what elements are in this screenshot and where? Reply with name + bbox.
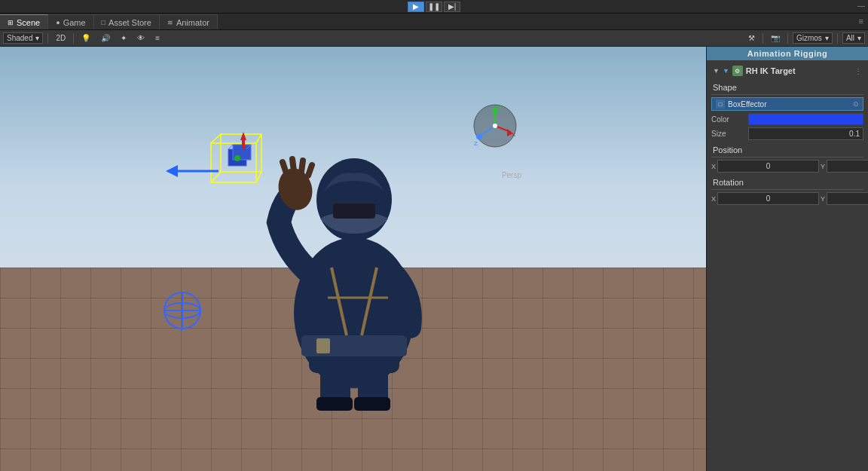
size-input[interactable] bbox=[748, 127, 863, 140]
all-label: All bbox=[846, 34, 854, 42]
shape-section-title: Shape bbox=[711, 81, 863, 95]
effects-icon[interactable]: ✦ bbox=[118, 33, 130, 43]
shaded-label: Shaded bbox=[7, 34, 32, 42]
rotation-section: Rotation X Y Z bbox=[711, 176, 863, 205]
rotation-y-input[interactable] bbox=[827, 192, 868, 205]
asset-store-tab-icon: □ bbox=[102, 19, 105, 26]
toolbar-separator-1 bbox=[47, 33, 48, 44]
toolbar-separator-3 bbox=[763, 33, 763, 44]
shape-field-row: □ BoxEffector ⊙ bbox=[711, 97, 863, 111]
position-section-title: Position bbox=[711, 144, 863, 158]
rotation-x-input[interactable] bbox=[717, 192, 819, 205]
panel-header: Animation Rigging bbox=[707, 47, 868, 60]
toolbar-separator-2 bbox=[73, 33, 74, 44]
shape-field[interactable]: □ BoxEffector ⊙ bbox=[711, 97, 863, 111]
tab-scene-label: Scene bbox=[17, 18, 40, 27]
audio-icon[interactable]: 🔊 bbox=[98, 33, 113, 43]
tools-icon[interactable]: ⚒ bbox=[745, 33, 758, 43]
blue-sphere-gizmo[interactable] bbox=[162, 290, 203, 332]
tab-asset-store-label: Asset Store bbox=[108, 18, 151, 27]
scene-tab-icon: ⊞ bbox=[8, 19, 14, 26]
svg-rect-29 bbox=[242, 140, 245, 149]
shaded-dropdown[interactable]: Shaded ▾ bbox=[3, 32, 43, 44]
tabs-row: ⊞ Scene ● Game □ Asset Store ≋ Animator … bbox=[0, 14, 868, 30]
tabs-menu-icon[interactable]: ≡ bbox=[859, 17, 863, 26]
position-y-input[interactable] bbox=[827, 160, 868, 173]
size-label: Size bbox=[711, 130, 745, 138]
svg-rect-13 bbox=[316, 397, 353, 411]
position-x-label: X bbox=[711, 163, 716, 170]
next-button[interactable]: ▶| bbox=[444, 2, 460, 12]
component-enable-toggle[interactable]: ▼ bbox=[723, 67, 729, 75]
svg-rect-14 bbox=[354, 397, 390, 411]
perspective-label[interactable]: Persp bbox=[502, 171, 521, 179]
svg-line-26 bbox=[228, 145, 233, 149]
svg-line-10 bbox=[308, 165, 312, 176]
animator-tab-icon: ≋ bbox=[167, 19, 173, 26]
all-chevron-icon: ▾ bbox=[857, 34, 861, 42]
rotation-x-label: X bbox=[711, 195, 716, 203]
position-x-input[interactable] bbox=[717, 160, 819, 173]
color-row: Color bbox=[711, 113, 863, 125]
rotation-xyz-row: X Y Z bbox=[711, 192, 863, 205]
svg-line-8 bbox=[292, 159, 294, 171]
svg-rect-1 bbox=[309, 268, 399, 373]
tab-animator[interactable]: ≋ Animator bbox=[160, 14, 218, 29]
top-bar: ▶ ❚❚ ▶| — bbox=[0, 0, 868, 14]
transform-gizmo[interactable] bbox=[166, 156, 226, 188]
svg-text:Y: Y bbox=[497, 104, 502, 111]
twod-toggle[interactable]: 2D bbox=[53, 33, 69, 43]
color-swatch[interactable] bbox=[748, 113, 863, 125]
main-area: Y X Z Persp Animation Rigging ▼ ▼ bbox=[0, 47, 868, 471]
component-collapse-arrow[interactable]: ▼ bbox=[713, 67, 720, 75]
all-dropdown[interactable]: All ▾ bbox=[842, 32, 865, 44]
component-icon: ⚙ bbox=[732, 66, 743, 76]
toolbar-separator-4 bbox=[787, 33, 788, 44]
tab-asset-store[interactable]: □ Asset Store bbox=[94, 14, 160, 29]
tab-game-label: Game bbox=[63, 18, 86, 27]
svg-line-23 bbox=[256, 172, 261, 182]
tab-game[interactable]: ● Game bbox=[48, 14, 93, 29]
position-y-label: Y bbox=[821, 163, 825, 170]
position-section: Position X Y Z bbox=[711, 144, 863, 173]
gizmos-dropdown[interactable]: Gizmos ▾ bbox=[793, 32, 833, 44]
twod-label: 2D bbox=[56, 34, 66, 42]
right-panel: Animation Rigging ▼ ▼ ⚙ RH IK Target ⋮ S… bbox=[706, 47, 868, 471]
hidden-icon[interactable]: 👁 bbox=[134, 33, 148, 43]
tab-scene[interactable]: ⊞ Scene bbox=[0, 14, 48, 29]
rotation-section-title: Rotation bbox=[711, 176, 863, 190]
component-header[interactable]: ▼ ▼ ⚙ RH IK Target ⋮ bbox=[711, 63, 863, 78]
lights-icon[interactable]: 💡 bbox=[78, 33, 93, 43]
gizmos-label: Gizmos bbox=[796, 34, 822, 42]
component-menu-icon[interactable]: ⋮ bbox=[854, 67, 862, 75]
panel-content: ▼ ▼ ⚙ RH IK Target ⋮ Shape □ BoxEffector… bbox=[707, 60, 868, 471]
svg-rect-5 bbox=[333, 203, 375, 219]
shape-section: Shape □ BoxEffector ⊙ Color Size bbox=[711, 81, 863, 140]
shape-field-value: BoxEffector bbox=[728, 100, 767, 109]
toolbar-separator-5 bbox=[837, 33, 838, 44]
component-icon-symbol: ⚙ bbox=[735, 68, 740, 75]
svg-point-30 bbox=[234, 155, 240, 161]
shape-field-icon: □ bbox=[716, 99, 725, 109]
gizmos-chevron-icon: ▾ bbox=[825, 34, 829, 42]
play-button[interactable]: ▶ bbox=[408, 2, 424, 12]
pause-button[interactable]: ❚❚ bbox=[426, 2, 442, 12]
component-name: RH IK Target bbox=[746, 66, 851, 75]
viewport[interactable]: Y X Z Persp bbox=[0, 47, 706, 471]
close-icon[interactable]: — bbox=[857, 2, 865, 10]
camera-icon[interactable]: 📷 bbox=[768, 33, 783, 43]
orientation-gizmo[interactable]: Y X Z bbox=[472, 103, 518, 148]
rotation-y-label: Y bbox=[821, 195, 825, 203]
position-xyz-row: X Y Z bbox=[711, 160, 863, 173]
svg-line-9 bbox=[301, 161, 303, 172]
shape-target-icon[interactable]: ⊙ bbox=[853, 100, 859, 108]
game-tab-icon: ● bbox=[56, 19, 60, 26]
svg-line-7 bbox=[283, 162, 286, 173]
playback-controls: ▶ ❚❚ ▶| bbox=[408, 2, 460, 12]
svg-point-45 bbox=[476, 133, 482, 139]
stats-icon[interactable]: ≡ bbox=[152, 33, 163, 43]
svg-marker-32 bbox=[166, 165, 178, 177]
svg-point-47 bbox=[493, 124, 497, 128]
toolbar-row: Shaded ▾ 2D 💡 🔊 ✦ 👁 ≡ ⚒ 📷 Gizmos ▾ All ▾ bbox=[0, 30, 868, 47]
tab-animator-label: Animator bbox=[176, 18, 209, 27]
